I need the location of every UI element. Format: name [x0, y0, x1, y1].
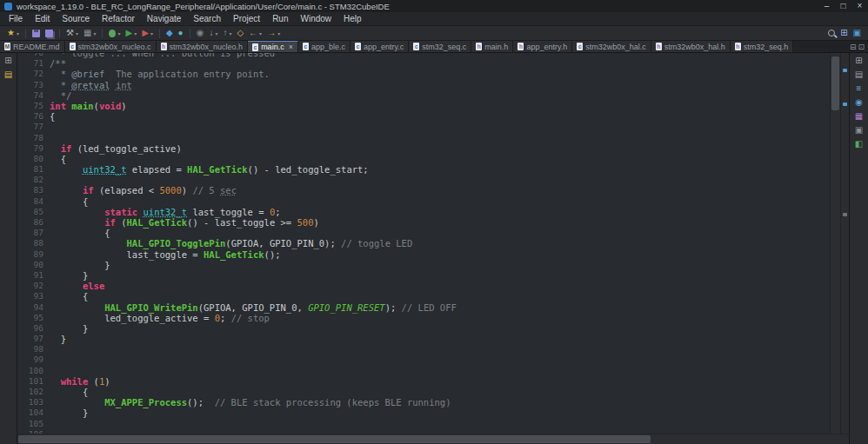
line-number: 86	[17, 217, 50, 228]
debug-icon	[109, 30, 116, 37]
code-line: 85 static uint32_t last_toggle = 0;	[17, 207, 830, 217]
menu-navigate[interactable]: Navigate	[141, 14, 187, 23]
vertical-scrollbar-thumb[interactable]	[831, 56, 839, 109]
overview-mark[interactable]	[843, 103, 847, 106]
menu-file[interactable]: File	[3, 14, 29, 23]
code-line: 71/**	[17, 58, 830, 69]
debug-button[interactable]: ▾	[106, 26, 123, 40]
build-configuration-button[interactable]: ▦▾	[81, 26, 98, 40]
code-line: 97 }	[17, 334, 830, 344]
run-button[interactable]: ▶▾	[123, 26, 139, 40]
tab-README.md[interactable]: MREADME.md	[0, 41, 65, 52]
tab-stm32wb0x_nucleo.c[interactable]: cstm32wb0x_nucleo.c	[65, 41, 157, 52]
restore-right-views-icon[interactable]: ⊞	[852, 55, 865, 67]
code-text: static uint32_t last_toggle = 0;	[50, 207, 830, 217]
menu-project[interactable]: Project	[227, 14, 266, 23]
open-perspective-button[interactable]: ⊞	[838, 26, 850, 40]
tab-app_ble.c[interactable]: capp_ble.c	[298, 41, 351, 52]
restore-left-views-icon[interactable]: ⊞	[2, 55, 15, 67]
forward-icon: →	[267, 29, 276, 37]
vertical-scrollbar[interactable]	[830, 53, 840, 434]
line-number: 88	[17, 238, 50, 249]
code-text: int main(void)	[50, 101, 830, 111]
build-all-button[interactable]: ⚒▾	[63, 26, 81, 40]
tab-stm32wb0x_hal.c[interactable]: cstm32wb0x_hal.c	[572, 41, 651, 52]
save-button[interactable]	[30, 26, 43, 40]
line-number: 92	[17, 281, 50, 291]
line-number: 80	[17, 154, 50, 164]
documentation-view-icon[interactable]: ▣	[852, 124, 865, 136]
maximize-button[interactable]: □	[835, 0, 851, 12]
back-button[interactable]: ←▾	[246, 26, 264, 40]
code-text: MX_APPE_Process(); // BLE stack processi…	[50, 397, 830, 408]
code-line: 80 {	[17, 154, 830, 164]
tab-main.c[interactable]: cmain.c×	[248, 41, 298, 52]
minimize-button[interactable]: –	[818, 0, 835, 12]
open-view-icon[interactable]: ▤	[852, 69, 865, 81]
outline-view-icon[interactable]: ≡	[852, 83, 865, 95]
overview-ruler[interactable]	[840, 53, 849, 434]
forward-button[interactable]: →▾	[264, 26, 283, 40]
code-line: 93 {	[17, 291, 830, 302]
tab-stm32wb0x_nucleo.h[interactable]: hstm32wb0x_nucleo.h	[157, 41, 249, 52]
project-explorer-view-icon[interactable]: ▤	[2, 69, 15, 81]
tab-app_entry.h[interactable]: happ_entry.h	[513, 41, 572, 52]
ide-window: workspace_1.19.0 - BLE_RC_LongRange_Peri…	[0, 0, 868, 444]
tab-stm32wb0x_hal.h[interactable]: hstm32wb0x_hal.h	[651, 41, 731, 52]
tab-label: README.md	[13, 43, 60, 51]
overview-mark[interactable]	[843, 69, 847, 72]
toolbar: ★▾⚒▾▦▾▾▶▾▶▾◆●◉↓▾↑▾◇←▾→▾ ⊞▣	[0, 25, 868, 41]
search-button[interactable]	[825, 26, 838, 40]
code-line: 78	[17, 133, 830, 143]
tab-stm32_seq.h[interactable]: hstm32_seq.h	[731, 41, 794, 52]
problems-view-icon[interactable]: ◧	[852, 138, 865, 150]
toggle-breakpoint-button[interactable]: ◉	[194, 26, 207, 40]
next-annotation-button[interactable]: ↓▾	[206, 26, 220, 40]
last-edit-location-button[interactable]: ◇	[234, 26, 246, 40]
new-wizard-button[interactable]: ★▾	[4, 26, 22, 40]
code-line: 83 if (elapsed < 5000) // 5 sec	[17, 185, 830, 195]
toolbar-separator	[102, 29, 103, 38]
tab-app_entry.c[interactable]: capp_entry.c	[351, 41, 409, 52]
code-text	[50, 355, 830, 365]
menu-window[interactable]: Window	[294, 14, 337, 23]
save-all-button[interactable]	[43, 26, 56, 40]
code-text: HAL_GPIO_TogglePin(GPIOA, GPIO_PIN_0); /…	[50, 238, 830, 249]
open-perspective-icon: ⊞	[840, 29, 847, 37]
target-connection-button[interactable]: ●	[176, 26, 186, 40]
tab-close-icon[interactable]: ×	[289, 43, 293, 51]
code-text: {	[50, 387, 830, 397]
device-configuration-tool-button[interactable]: ◆	[164, 26, 176, 40]
device-configuration-tool-icon: ◆	[166, 29, 173, 37]
external-tools-icon: ▶	[142, 29, 149, 37]
horizontal-scrollbar-thumb[interactable]	[18, 435, 651, 443]
overview-mark[interactable]	[843, 213, 847, 216]
build-targets-view-icon[interactable]: ◉	[852, 96, 865, 109]
code-line: 101 while (1)	[17, 376, 830, 387]
menu-edit[interactable]: Edit	[29, 14, 56, 23]
build-all-icon: ⚒	[66, 29, 74, 37]
horizontal-scrollbar[interactable]	[17, 434, 849, 444]
include-browser-view-icon[interactable]: ▦	[852, 110, 865, 123]
tab-main.h[interactable]: hmain.h	[471, 41, 513, 52]
line-number: 83	[17, 185, 50, 195]
code-line: 103 MX_APPE_Process(); // BLE stack proc…	[17, 397, 830, 408]
menu-run[interactable]: Run	[266, 14, 294, 23]
code-text: }	[50, 334, 830, 344]
menu-search[interactable]: Search	[187, 14, 227, 23]
cpp-perspective-button[interactable]: ▣	[851, 26, 864, 40]
minimize-editor-area-icon[interactable]: ⊟	[850, 43, 857, 51]
close-button[interactable]: ×	[851, 0, 868, 12]
menu-help[interactable]: Help	[337, 14, 368, 23]
previous-annotation-button[interactable]: ↑▾	[220, 26, 234, 40]
external-tools-button[interactable]: ▶▾	[139, 26, 156, 40]
h-file-icon: h	[161, 43, 167, 50]
tab-stm32_seq.c[interactable]: cstm32_seq.c	[409, 41, 471, 52]
menu-refactor[interactable]: Refactor	[96, 14, 141, 23]
window-controls: –□×	[818, 0, 868, 12]
dropdown-caret-icon: ▾	[215, 30, 217, 36]
back-icon: ←	[249, 29, 257, 37]
code-area[interactable]: 70 * toggle ... when ... button is press…	[17, 53, 830, 434]
maximize-editor-area-icon[interactable]: ⊡	[858, 43, 865, 51]
menu-source[interactable]: Source	[56, 14, 96, 23]
